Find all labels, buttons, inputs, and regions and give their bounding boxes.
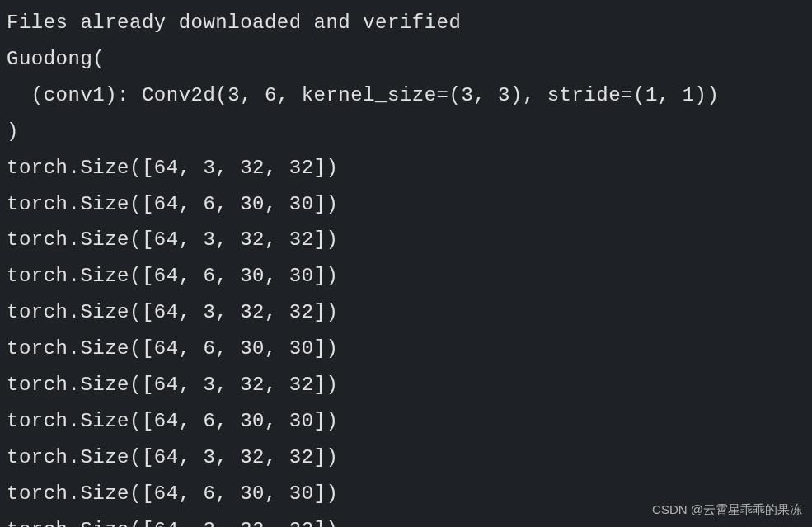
watermark-text: CSDN @云霄星乖乖的果冻 xyxy=(652,498,802,520)
output-line: Files already downloaded and verified xyxy=(7,5,805,41)
terminal-output: Files already downloaded and verified Gu… xyxy=(7,5,805,527)
output-line: (conv1): Conv2d(3, 6, kernel_size=(3, 3)… xyxy=(7,78,805,114)
output-line: torch.Size([64, 6, 30, 30]) xyxy=(7,331,805,367)
output-line: torch.Size([64, 6, 30, 30]) xyxy=(7,186,805,223)
output-line: Guodong( xyxy=(7,41,805,78)
output-line: torch.Size([64, 3, 32, 32]) xyxy=(7,150,805,186)
output-line: torch.Size([64, 6, 30, 30]) xyxy=(7,403,805,440)
output-line: torch.Size([64, 6, 30, 30]) xyxy=(7,258,805,294)
output-line: torch.Size([64, 3, 32, 32]) xyxy=(7,222,805,258)
output-line: torch.Size([64, 3, 32, 32]) xyxy=(7,440,805,476)
output-line: torch.Size([64, 3, 32, 32]) xyxy=(7,367,805,403)
output-line: torch.Size([64, 3, 32, 32]) xyxy=(7,294,805,331)
output-line: ) xyxy=(7,114,805,150)
